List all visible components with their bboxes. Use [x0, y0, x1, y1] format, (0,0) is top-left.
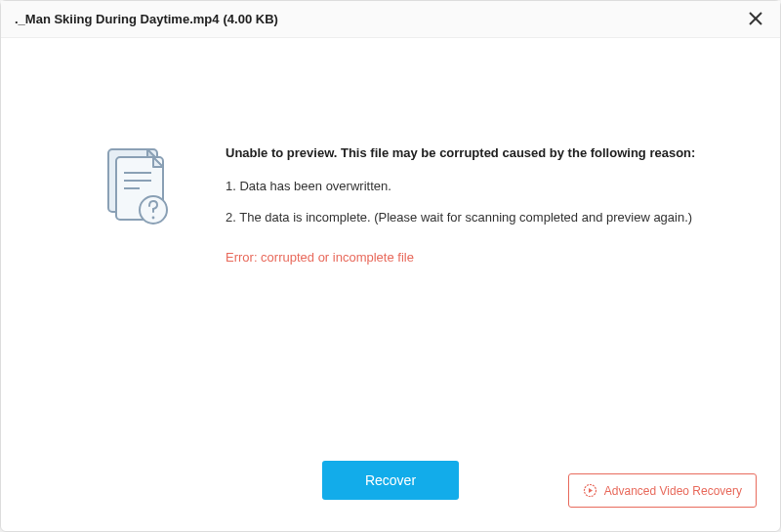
footer: Recover Advanced Video Recovery [1, 453, 780, 531]
file-size: (4.00 KB) [224, 12, 278, 26]
file-name: ._Man Skiing During Daytime.mp4 [15, 12, 220, 26]
error-headline: Unable to preview. This file may be corr… [226, 145, 741, 160]
icon-column [79, 145, 196, 453]
titlebar: ._Man Skiing During Daytime.mp4 (4.00 KB… [1, 1, 780, 38]
advanced-video-recovery-button[interactable]: Advanced Video Recovery [568, 473, 757, 508]
dialog-window: ._Man Skiing During Daytime.mp4 (4.00 KB… [0, 0, 781, 532]
error-text: Error: corrupted or incomplete file [226, 250, 741, 265]
document-question-icon [99, 145, 177, 237]
close-icon [749, 11, 762, 28]
recovery-icon [583, 483, 597, 498]
reason-2: 2. The data is incomplete. (Please wait … [226, 209, 741, 226]
message-column: Unable to preview. This file may be corr… [196, 145, 741, 453]
svg-point-8 [152, 217, 155, 220]
content-area: Unable to preview. This file may be corr… [1, 38, 780, 453]
recover-button[interactable]: Recover [322, 461, 459, 500]
advanced-label: Advanced Video Recovery [604, 484, 742, 498]
reason-1: 1. Data has been overwritten. [226, 178, 741, 195]
close-button[interactable] [745, 9, 766, 30]
svg-marker-10 [589, 488, 593, 493]
